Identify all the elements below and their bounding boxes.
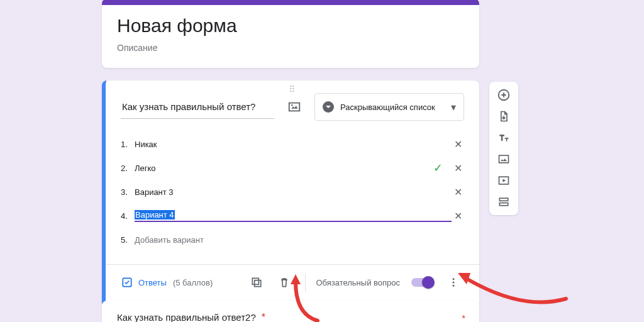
required-label: Обязательный вопрос: [316, 278, 400, 287]
duplicate-button[interactable]: [246, 272, 267, 293]
add-question-button[interactable]: [493, 86, 514, 104]
add-title-button[interactable]: [493, 128, 514, 147]
divider: [305, 273, 306, 292]
checklist-icon: [121, 276, 133, 289]
remove-option-button[interactable]: ✕: [452, 186, 464, 198]
add-option-label: Добавить вариант: [135, 235, 464, 245]
svg-rect-3: [253, 278, 259, 284]
svg-rect-11: [499, 203, 508, 206]
options-list: 1. Никак ✕ 2. Легко ✓ ✕ 3. Вариант 3 ✕ 4…: [121, 132, 464, 252]
option-text[interactable]: Легко: [135, 164, 433, 173]
svg-rect-8: [499, 155, 509, 163]
drag-handle-icon[interactable]: ⠿: [289, 84, 296, 94]
form-title[interactable]: Новая форма: [117, 15, 464, 36]
svg-point-6: [453, 285, 455, 287]
option-text[interactable]: Вариант 3: [135, 187, 452, 197]
next-question-title: Как узнать правильный ответ2?: [117, 312, 256, 322]
more-options-button[interactable]: [443, 272, 464, 293]
next-question-card[interactable]: Как узнать правильный ответ2? * *: [102, 301, 479, 322]
import-questions-button[interactable]: [493, 107, 514, 126]
question-type-select[interactable]: Раскрывающийся список ▾: [314, 93, 464, 121]
question-card: ⠿ Раскрывающийся список ▾ 1. Никак ✕ 2. …: [102, 80, 479, 308]
option-row[interactable]: 1. Никак ✕: [121, 132, 464, 156]
question-title-input[interactable]: [121, 95, 274, 119]
answer-key-button[interactable]: Ответы: [121, 276, 167, 289]
option-text[interactable]: Никак: [135, 140, 452, 149]
add-image-toolbar-button[interactable]: [493, 150, 514, 169]
side-toolbar: [489, 82, 518, 215]
remove-option-button[interactable]: ✕: [452, 162, 464, 174]
svg-rect-2: [255, 280, 261, 287]
remove-option-button[interactable]: ✕: [452, 138, 464, 150]
add-video-button[interactable]: [493, 171, 514, 190]
dropdown-type-icon: [323, 101, 334, 113]
add-section-button[interactable]: [493, 192, 514, 211]
chevron-down-icon: ▾: [451, 101, 456, 113]
add-image-button[interactable]: [282, 94, 307, 119]
svg-point-0: [291, 104, 293, 106]
add-option-row[interactable]: 5. Добавить вариант: [121, 228, 464, 252]
required-toggle[interactable]: [411, 278, 433, 287]
form-header-card: Новая форма Описание: [102, 0, 479, 68]
form-description[interactable]: Описание: [117, 43, 464, 53]
svg-point-5: [453, 282, 455, 284]
option-row[interactable]: 2. Легко ✓ ✕: [121, 156, 464, 180]
required-marker: *: [462, 313, 465, 322]
points-label: (5 баллов): [173, 278, 213, 287]
delete-button[interactable]: [274, 272, 295, 293]
question-type-label: Раскрывающийся список: [340, 103, 445, 112]
svg-point-4: [453, 278, 455, 280]
svg-rect-10: [499, 198, 508, 201]
option-row[interactable]: 4. Вариант 4 ✕: [121, 204, 464, 228]
option-text-editing[interactable]: Вариант 4: [135, 210, 452, 222]
remove-option-button[interactable]: ✕: [452, 210, 464, 222]
question-footer: Ответы (5 баллов) Обязательный вопрос: [121, 265, 464, 300]
correct-answer-icon: ✓: [433, 161, 443, 175]
option-row[interactable]: 3. Вариант 3 ✕: [121, 180, 464, 204]
